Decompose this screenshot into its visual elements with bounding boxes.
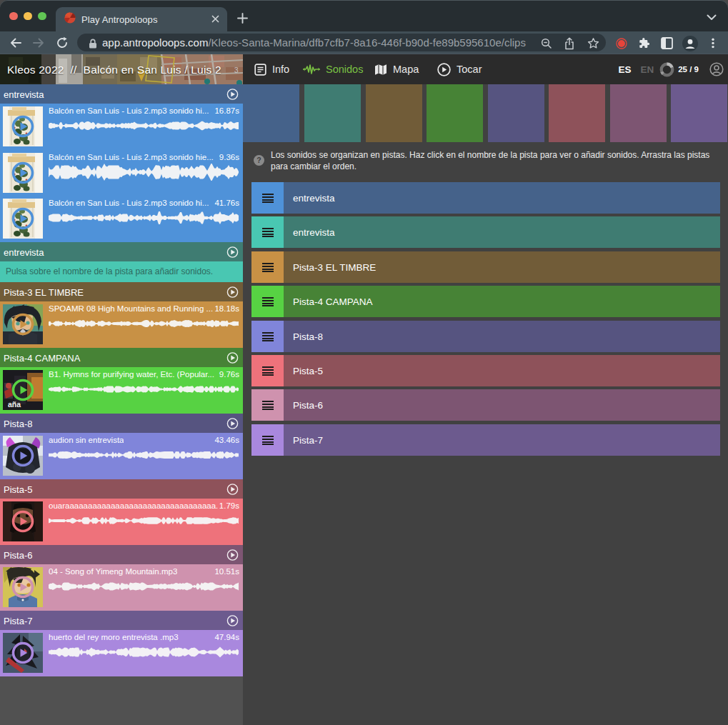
svg-text:?: ?: [256, 156, 261, 164]
